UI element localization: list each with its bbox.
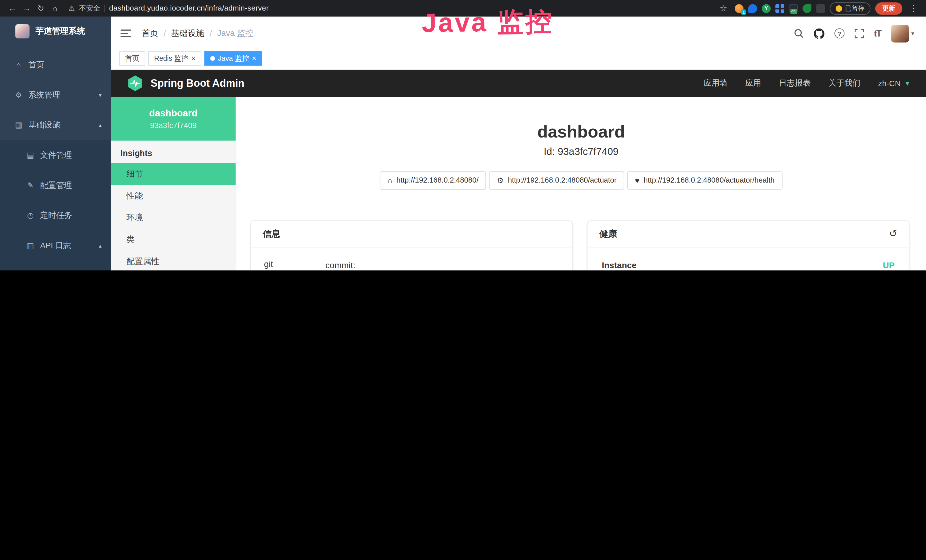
sidebar-item-scheduled-jobs[interactable]: ◷定时任务 xyxy=(0,200,111,230)
extension-switch-icon[interactable]: on xyxy=(789,4,798,12)
address-bar[interactable]: ⚠ 不安全 dashboard.yudao.iocoder.cn/infra/a… xyxy=(68,3,269,13)
actuator-url-button[interactable]: ⚙http://192.168.0.2:48080/actuator xyxy=(489,171,624,189)
search-icon[interactable] xyxy=(794,28,803,38)
extension-leaf-icon[interactable] xyxy=(802,4,811,12)
user-avatar[interactable]: ▾ xyxy=(891,24,914,42)
update-button[interactable]: 更新 xyxy=(875,2,902,14)
api-log-icon: ▥ xyxy=(26,241,35,250)
sba-item-environment[interactable]: 环境 xyxy=(111,207,236,229)
admin-menu: ⌂首页 ⚙系统管理▾ ▦基础设施▴ ▤文件管理 ✎配置管理 ◷定时任务 ▥API… xyxy=(0,46,111,271)
admin-sidebar: 芋道管理系统 ⌂首页 ⚙系统管理▾ ▦基础设施▴ ▤文件管理 ✎配置管理 ◷定时… xyxy=(0,17,111,271)
instance-header[interactable]: dashboard 93a3fc7f7409 xyxy=(111,97,236,141)
health-url-button[interactable]: ♥http://192.168.0.2:48080/actuator/healt… xyxy=(627,171,782,189)
sba-item-classes[interactable]: 类 xyxy=(111,229,236,250)
info-card-body: git commit: time: 1596289704000 id: 27aa… xyxy=(251,248,572,271)
sba-nav-journal[interactable]: 日志报表 xyxy=(779,78,811,88)
locale-selector[interactable]: zh-CN▼ xyxy=(878,79,911,88)
sba-brand-label: Spring Boot Admin xyxy=(151,77,244,89)
chevron-down-icon: ▾ xyxy=(99,92,101,98)
browser-chrome: ← → ↻ ⌂ ⚠ 不安全 dashboard.yudao.iocoder.cn… xyxy=(0,0,926,17)
fullscreen-icon[interactable] xyxy=(855,29,864,38)
cards-area: 信息 git commit: time: 1596289704000 id: 2… xyxy=(236,220,926,271)
health-card: 健康 ↺ Instance UP xyxy=(587,220,909,271)
breadcrumb-current: Java 监控 xyxy=(217,28,254,38)
extension-drop-icon[interactable] xyxy=(748,4,757,12)
sidebar-item-label: API 日志 xyxy=(40,240,71,251)
tab-label: Redis 监控 xyxy=(154,53,188,64)
sba-brand[interactable]: Spring Boot Admin xyxy=(126,74,244,92)
insights-label: Insights xyxy=(111,141,236,163)
sba-nav-applications[interactable]: 应用 xyxy=(745,78,761,88)
insights-group: Insights 细节 性能 环境 类 配置属性 计划任务 xyxy=(111,141,236,271)
health-instance-label: Instance xyxy=(602,260,637,270)
service-url-button[interactable]: ⌂http://192.168.0.2:48080/ xyxy=(380,171,486,189)
logo-image xyxy=(15,24,30,38)
app-logo[interactable]: 芋道管理系统 xyxy=(0,17,111,46)
history-icon[interactable]: ↺ xyxy=(889,229,897,239)
info-value: commit: time: 1596289704000 id: 27aa832 … xyxy=(325,259,559,271)
screen: ← → ↻ ⌂ ⚠ 不安全 dashboard.yudao.iocoder.cn… xyxy=(0,0,926,271)
tab-label: Java 监控 xyxy=(218,53,249,64)
tab-home[interactable]: 首页 xyxy=(119,51,145,66)
sidebar-item-file-manage[interactable]: ▤文件管理 xyxy=(0,140,111,170)
chevron-down-icon: ▾ xyxy=(911,30,914,37)
spacer xyxy=(111,67,926,70)
smiley-icon xyxy=(835,5,842,12)
sba-navbar: Spring Boot Admin 应用墙 应用 日志报表 关于我们 zh-CN… xyxy=(111,70,926,97)
tab-java-monitor[interactable]: Java 监控× xyxy=(204,51,262,66)
sidebar-item-label: 基础设施 xyxy=(28,120,60,130)
browser-home-icon[interactable]: ⌂ xyxy=(48,0,62,17)
breadcrumb-infrastructure[interactable]: 基础设施 xyxy=(171,28,204,38)
extension-grid-icon[interactable] xyxy=(775,4,784,12)
chevron-down-icon: ▼ xyxy=(904,80,911,87)
sba-sidebar: dashboard 93a3fc7f7409 Insights 细节 性能 环境… xyxy=(111,97,236,271)
sidebar-item-access-log[interactable]: ▣访问日志 xyxy=(0,260,111,271)
sba-nav-links: 应用墙 应用 日志报表 关于我们 zh-CN▼ xyxy=(704,78,911,88)
breadcrumb-separator: / xyxy=(210,29,212,38)
sba-item-config-props[interactable]: 配置属性 xyxy=(111,250,236,271)
tab-label: 首页 xyxy=(125,53,139,64)
sidebar-item-home[interactable]: ⌂首页 xyxy=(0,50,111,80)
breadcrumb-home[interactable]: 首页 xyxy=(142,28,158,38)
actuator-url: http://192.168.0.2:48080/actuator xyxy=(508,176,617,185)
info-key: git xyxy=(264,259,325,271)
url-text[interactable]: dashboard.yudao.iocoder.cn/infra/admin-s… xyxy=(109,4,269,12)
health-row[interactable]: Instance UP xyxy=(601,259,896,271)
sidebar-item-config-manage[interactable]: ✎配置管理 xyxy=(0,170,111,200)
tab-redis-monitor[interactable]: Redis 监控× xyxy=(148,51,201,66)
health-url: http://192.168.0.2:48080/actuator/health xyxy=(644,176,775,185)
sba-item-details[interactable]: 细节 xyxy=(111,163,236,185)
health-card-body: Instance UP xyxy=(587,248,909,271)
sidebar-item-infrastructure[interactable]: ▦基础设施▴ xyxy=(0,110,111,140)
service-url: http://192.168.0.2:48080/ xyxy=(396,176,478,185)
close-icon[interactable]: × xyxy=(252,55,256,62)
extension-puzzle-icon[interactable] xyxy=(816,4,825,12)
browser-menu-icon[interactable]: ⋮ xyxy=(907,0,920,17)
info-line: commit: xyxy=(325,259,559,271)
close-icon[interactable]: × xyxy=(191,55,196,62)
font-size-icon[interactable]: tT xyxy=(874,28,881,38)
app-title: 芋道管理系统 xyxy=(35,26,85,36)
extension-fox-icon[interactable]: 1 xyxy=(735,4,743,12)
github-icon[interactable] xyxy=(814,28,824,38)
sidebar-item-system[interactable]: ⚙系统管理▾ xyxy=(0,80,111,110)
file-manage-icon: ▤ xyxy=(26,151,35,159)
home-icon: ⌂ xyxy=(14,60,23,69)
sba-item-performance[interactable]: 性能 xyxy=(111,185,236,207)
paused-badge[interactable]: 已暂停 xyxy=(830,2,870,14)
help-icon[interactable]: ? xyxy=(834,28,844,38)
breadcrumb: 首页 / 基础设施 / Java 监控 xyxy=(142,28,254,38)
hamburger-icon[interactable] xyxy=(120,30,131,37)
bookmark-star-icon[interactable]: ☆ xyxy=(717,0,730,17)
refresh-icon[interactable]: ↻ xyxy=(34,0,47,17)
forward-icon[interactable]: → xyxy=(20,0,33,17)
sidebar-item-api-log[interactable]: ▥API 日志▴ xyxy=(0,230,111,261)
extension-y-icon[interactable]: Y xyxy=(762,4,770,12)
sba-nav-wallboard[interactable]: 应用墙 xyxy=(704,78,728,88)
security-label[interactable]: 不安全 xyxy=(79,3,100,13)
paused-badge-label: 已暂停 xyxy=(845,4,864,12)
active-dot xyxy=(210,56,215,61)
wrench-icon: ⚙ xyxy=(497,176,504,185)
back-icon[interactable]: ← xyxy=(6,0,19,17)
sba-nav-about[interactable]: 关于我们 xyxy=(828,78,860,88)
